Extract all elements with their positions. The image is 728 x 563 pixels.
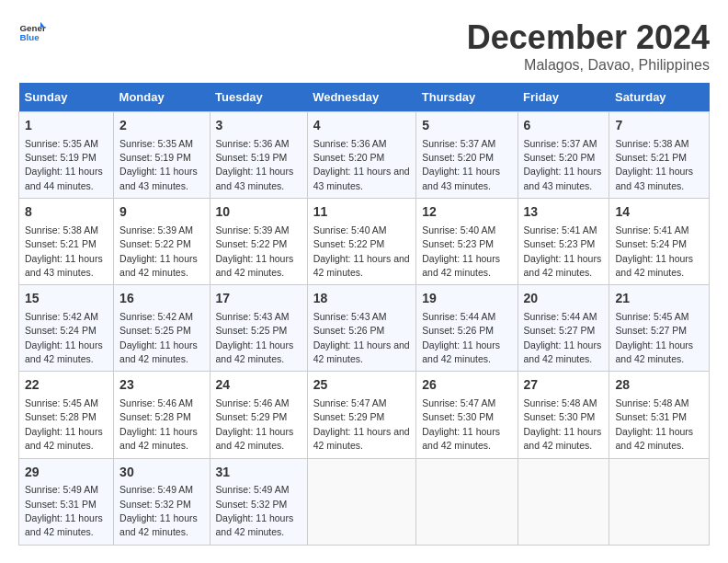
calendar-cell: 30Sunrise: 5:49 AMSunset: 5:32 PMDayligh… — [114, 458, 210, 545]
calendar-cell: 9Sunrise: 5:39 AMSunset: 5:22 PMDaylight… — [114, 199, 210, 285]
calendar-cell: 29Sunrise: 5:49 AMSunset: 5:31 PMDayligh… — [19, 458, 114, 545]
cell-info: Sunrise: 5:38 AMSunset: 5:21 PMDaylight:… — [25, 224, 103, 278]
page-header: General Blue December 2024 Malagos, Dava… — [18, 18, 710, 74]
header-thursday: Thursday — [416, 83, 518, 112]
calendar-cell: 28Sunrise: 5:48 AMSunset: 5:31 PMDayligh… — [609, 372, 710, 458]
calendar-cell: 23Sunrise: 5:46 AMSunset: 5:28 PMDayligh… — [114, 372, 210, 458]
calendar-cell: 25Sunrise: 5:47 AMSunset: 5:29 PMDayligh… — [307, 372, 416, 458]
cell-info: Sunrise: 5:37 AMSunset: 5:20 PMDaylight:… — [422, 138, 500, 191]
day-number: 5 — [422, 117, 511, 135]
cell-info: Sunrise: 5:36 AMSunset: 5:20 PMDaylight:… — [313, 138, 410, 191]
main-title: December 2024 — [467, 18, 710, 57]
calendar-cell: 6Sunrise: 5:37 AMSunset: 5:20 PMDaylight… — [518, 112, 609, 199]
cell-info: Sunrise: 5:39 AMSunset: 5:22 PMDaylight:… — [216, 224, 294, 278]
cell-info: Sunrise: 5:39 AMSunset: 5:22 PMDaylight:… — [119, 224, 198, 278]
day-number: 19 — [422, 290, 511, 308]
cell-info: Sunrise: 5:43 AMSunset: 5:25 PMDaylight:… — [216, 311, 294, 364]
cell-info: Sunrise: 5:47 AMSunset: 5:30 PMDaylight:… — [422, 397, 500, 451]
day-number: 27 — [524, 376, 604, 395]
day-number: 14 — [615, 203, 703, 222]
calendar-week-row: 1Sunrise: 5:35 AMSunset: 5:19 PMDaylight… — [19, 112, 710, 199]
day-number: 8 — [25, 203, 108, 222]
calendar-cell: 31Sunrise: 5:49 AMSunset: 5:32 PMDayligh… — [210, 458, 307, 545]
day-number: 29 — [25, 464, 108, 482]
calendar-cell: 4Sunrise: 5:36 AMSunset: 5:20 PMDaylight… — [307, 112, 416, 199]
cell-info: Sunrise: 5:47 AMSunset: 5:29 PMDaylight:… — [313, 397, 410, 451]
day-number: 2 — [119, 117, 203, 135]
title-area: December 2024 Malagos, Davao, Philippine… — [467, 18, 710, 74]
cell-info: Sunrise: 5:46 AMSunset: 5:29 PMDaylight:… — [216, 397, 294, 451]
day-number: 25 — [313, 376, 411, 395]
day-number: 22 — [25, 376, 108, 395]
cell-info: Sunrise: 5:35 AMSunset: 5:19 PMDaylight:… — [119, 138, 198, 191]
header-monday: Monday — [114, 83, 210, 112]
day-number: 18 — [313, 290, 411, 308]
cell-info: Sunrise: 5:49 AMSunset: 5:31 PMDaylight:… — [25, 484, 103, 537]
calendar-cell: 24Sunrise: 5:46 AMSunset: 5:29 PMDayligh… — [210, 372, 307, 458]
header-wednesday: Wednesday — [307, 83, 416, 112]
calendar-cell: 7Sunrise: 5:38 AMSunset: 5:21 PMDaylight… — [609, 112, 710, 199]
calendar-cell: 22Sunrise: 5:45 AMSunset: 5:28 PMDayligh… — [19, 372, 114, 458]
cell-info: Sunrise: 5:38 AMSunset: 5:21 PMDaylight:… — [615, 138, 693, 191]
day-number: 21 — [615, 290, 703, 308]
cell-info: Sunrise: 5:43 AMSunset: 5:26 PMDaylight:… — [313, 311, 410, 364]
cell-info: Sunrise: 5:48 AMSunset: 5:31 PMDaylight:… — [615, 397, 693, 451]
day-number: 1 — [25, 117, 108, 135]
calendar-cell — [307, 458, 416, 545]
cell-info: Sunrise: 5:49 AMSunset: 5:32 PMDaylight:… — [216, 484, 294, 537]
logo-icon: General Blue — [18, 18, 46, 46]
day-number: 28 — [615, 376, 703, 395]
header-sunday: Sunday — [19, 83, 114, 112]
day-number: 24 — [216, 376, 301, 395]
calendar-cell — [416, 458, 518, 545]
cell-info: Sunrise: 5:42 AMSunset: 5:24 PMDaylight:… — [25, 311, 103, 364]
subtitle: Malagos, Davao, Philippines — [467, 57, 710, 74]
day-number: 30 — [119, 464, 203, 482]
cell-info: Sunrise: 5:41 AMSunset: 5:23 PMDaylight:… — [524, 224, 602, 278]
day-number: 26 — [422, 376, 511, 395]
header-tuesday: Tuesday — [210, 83, 307, 112]
calendar-cell: 19Sunrise: 5:44 AMSunset: 5:26 PMDayligh… — [416, 285, 518, 372]
calendar-cell: 16Sunrise: 5:42 AMSunset: 5:25 PMDayligh… — [114, 285, 210, 372]
header-row: SundayMondayTuesdayWednesdayThursdayFrid… — [19, 83, 710, 112]
header-saturday: Saturday — [609, 83, 710, 112]
calendar-cell: 27Sunrise: 5:48 AMSunset: 5:30 PMDayligh… — [518, 372, 609, 458]
calendar-cell: 2Sunrise: 5:35 AMSunset: 5:19 PMDaylight… — [114, 112, 210, 199]
calendar-cell: 3Sunrise: 5:36 AMSunset: 5:19 PMDaylight… — [210, 112, 307, 199]
cell-info: Sunrise: 5:40 AMSunset: 5:23 PMDaylight:… — [422, 224, 500, 278]
cell-info: Sunrise: 5:44 AMSunset: 5:27 PMDaylight:… — [524, 311, 602, 364]
header-friday: Friday — [518, 83, 609, 112]
calendar-cell: 12Sunrise: 5:40 AMSunset: 5:23 PMDayligh… — [416, 199, 518, 285]
day-number: 16 — [119, 290, 203, 308]
calendar-table: SundayMondayTuesdayWednesdayThursdayFrid… — [18, 83, 710, 546]
day-number: 9 — [119, 203, 203, 222]
calendar-cell: 10Sunrise: 5:39 AMSunset: 5:22 PMDayligh… — [210, 199, 307, 285]
calendar-week-row: 22Sunrise: 5:45 AMSunset: 5:28 PMDayligh… — [19, 372, 710, 458]
calendar-week-row: 29Sunrise: 5:49 AMSunset: 5:31 PMDayligh… — [19, 458, 710, 545]
cell-info: Sunrise: 5:35 AMSunset: 5:19 PMDaylight:… — [25, 138, 103, 191]
day-number: 11 — [313, 203, 411, 222]
calendar-cell: 14Sunrise: 5:41 AMSunset: 5:24 PMDayligh… — [609, 199, 710, 285]
calendar-cell: 17Sunrise: 5:43 AMSunset: 5:25 PMDayligh… — [210, 285, 307, 372]
calendar-cell: 21Sunrise: 5:45 AMSunset: 5:27 PMDayligh… — [609, 285, 710, 372]
calendar-week-row: 15Sunrise: 5:42 AMSunset: 5:24 PMDayligh… — [19, 285, 710, 372]
cell-info: Sunrise: 5:48 AMSunset: 5:30 PMDaylight:… — [524, 397, 602, 451]
day-number: 4 — [313, 117, 411, 135]
cell-info: Sunrise: 5:49 AMSunset: 5:32 PMDaylight:… — [119, 484, 198, 537]
calendar-cell: 13Sunrise: 5:41 AMSunset: 5:23 PMDayligh… — [518, 199, 609, 285]
calendar-cell — [609, 458, 710, 545]
day-number: 17 — [216, 290, 301, 308]
day-number: 31 — [216, 464, 301, 482]
cell-info: Sunrise: 5:36 AMSunset: 5:19 PMDaylight:… — [216, 138, 294, 191]
cell-info: Sunrise: 5:45 AMSunset: 5:27 PMDaylight:… — [615, 311, 693, 364]
cell-info: Sunrise: 5:37 AMSunset: 5:20 PMDaylight:… — [524, 138, 602, 191]
day-number: 7 — [615, 117, 703, 135]
day-number: 3 — [216, 117, 301, 135]
calendar-cell: 8Sunrise: 5:38 AMSunset: 5:21 PMDaylight… — [19, 199, 114, 285]
svg-text:Blue: Blue — [20, 32, 40, 42]
cell-info: Sunrise: 5:42 AMSunset: 5:25 PMDaylight:… — [119, 311, 198, 364]
calendar-cell: 26Sunrise: 5:47 AMSunset: 5:30 PMDayligh… — [416, 372, 518, 458]
calendar-cell: 20Sunrise: 5:44 AMSunset: 5:27 PMDayligh… — [518, 285, 609, 372]
calendar-cell: 1Sunrise: 5:35 AMSunset: 5:19 PMDaylight… — [19, 112, 114, 199]
day-number: 13 — [524, 203, 604, 222]
